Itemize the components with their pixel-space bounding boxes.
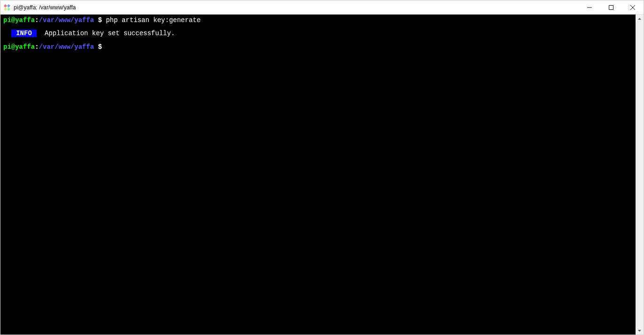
minimize-button[interactable] — [579, 0, 600, 14]
terminal-line-2: pi@yaffa:/var/www/yaffa $ — [3, 42, 633, 52]
close-button[interactable] — [622, 0, 644, 14]
output-message: Application key set successfully. — [37, 30, 175, 37]
maximize-button[interactable] — [600, 0, 622, 14]
scroll-down-arrow[interactable] — [636, 327, 644, 335]
terminal-output-line: INFO Application key set successfully. — [3, 29, 633, 38]
prompt-colon: : — [35, 43, 39, 51]
prompt-user: pi@yaffa — [3, 16, 35, 24]
titlebar: pi@yaffa: /var/www/yaffa — [0, 0, 644, 15]
svg-rect-0 — [4, 4, 7, 7]
terminal-content[interactable]: pi@yaffa:/var/www/yaffa $ php artisan ke… — [0, 15, 636, 335]
prompt-dollar: $ — [94, 16, 106, 24]
prompt-user: pi@yaffa — [3, 43, 35, 51]
svg-rect-3 — [7, 7, 10, 10]
prompt-dollar: $ — [94, 43, 106, 51]
svg-marker-9 — [638, 330, 641, 332]
terminal-line-1: pi@yaffa:/var/www/yaffa $ php artisan ke… — [3, 15, 633, 25]
info-badge-text: INFO — [16, 30, 32, 37]
window-title: pi@yaffa: /var/www/yaffa — [14, 4, 76, 11]
titlebar-left: pi@yaffa: /var/www/yaffa — [3, 4, 76, 11]
terminal[interactable]: pi@yaffa:/var/www/yaffa $ php artisan ke… — [0, 15, 644, 335]
prompt-colon: : — [35, 16, 39, 24]
prompt-path: /var/www/yaffa — [39, 43, 94, 51]
svg-rect-1 — [7, 4, 10, 7]
svg-rect-5 — [609, 5, 613, 9]
window-controls — [579, 0, 644, 14]
command-text: php artisan key:generate — [106, 16, 201, 24]
info-badge: INFO — [11, 30, 37, 37]
svg-marker-8 — [638, 18, 641, 20]
scroll-up-arrow[interactable] — [636, 15, 644, 23]
scroll-track[interactable] — [636, 23, 644, 327]
scrollbar[interactable] — [636, 15, 644, 335]
prompt-path: /var/www/yaffa — [39, 16, 94, 24]
svg-rect-2 — [4, 7, 7, 10]
app-icon — [3, 4, 11, 11]
output-indent — [3, 30, 11, 37]
